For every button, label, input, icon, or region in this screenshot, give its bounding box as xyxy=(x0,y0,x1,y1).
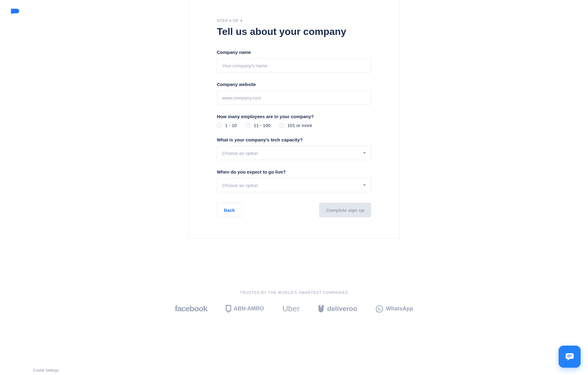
whatsapp-text: WhatsApp xyxy=(386,306,413,312)
select-placeholder: Choose an option xyxy=(222,151,258,156)
company-name-label: Company name xyxy=(217,50,371,55)
trusted-label: TRUSTED BY THE WORLD'S SMARTEST COMPANIE… xyxy=(0,291,588,295)
chat-icon xyxy=(564,351,575,362)
step-label: STEP 4 OF 4 xyxy=(217,18,371,23)
button-row: Back Complete sign up xyxy=(217,203,371,217)
back-button[interactable]: Back xyxy=(217,203,242,217)
employees-radio-11-100[interactable]: 11 - 100 xyxy=(245,123,270,128)
chevron-down-icon xyxy=(363,184,366,186)
go-live-label: When do you expect to go live? xyxy=(217,169,371,174)
go-live-field: When do you expect to go live? Choose an… xyxy=(217,169,371,192)
company-website-field: Company website xyxy=(217,82,371,105)
deliveroo-text: deliveroo xyxy=(327,305,357,313)
radio-circle-icon xyxy=(279,123,284,128)
facebook-logo: facebook xyxy=(175,304,207,313)
company-name-input[interactable] xyxy=(217,58,371,73)
radio-label: 11 - 100 xyxy=(254,123,270,128)
trusted-section: TRUSTED BY THE WORLD'S SMARTEST COMPANIE… xyxy=(0,291,588,313)
radio-label: 1 - 10 xyxy=(225,123,237,128)
chat-widget-button[interactable] xyxy=(559,346,581,368)
radio-label: 101 or more xyxy=(287,123,312,128)
employees-radio-101-plus[interactable]: 101 or more xyxy=(279,123,312,128)
select-placeholder: Choose an option xyxy=(222,183,258,188)
whatsapp-logo: WhatsApp xyxy=(375,305,413,313)
uber-logo: Uber xyxy=(282,304,300,313)
tech-capacity-select[interactable]: Choose an option xyxy=(217,146,371,160)
abnamro-text: ABN·AMRO xyxy=(234,306,264,312)
chevron-down-icon xyxy=(363,152,366,154)
company-name-field: Company name xyxy=(217,50,371,73)
page-title: Tell us about your company xyxy=(217,26,371,37)
radio-circle-icon xyxy=(245,123,251,128)
employees-radio-1-10[interactable]: 1 - 10 xyxy=(217,123,237,128)
tech-capacity-field: What is your company's tech capacity? Ch… xyxy=(217,137,371,160)
abnamro-logo: ABN·AMRO xyxy=(226,305,264,313)
signup-step4-card: STEP 4 OF 4 Tell us about your company C… xyxy=(188,0,400,238)
svg-rect-2 xyxy=(567,355,572,356)
company-website-input[interactable] xyxy=(217,91,371,105)
employees-field: How many employees are in your company? … xyxy=(217,114,371,128)
company-website-label: Company website xyxy=(217,82,371,87)
svg-rect-1 xyxy=(566,353,574,359)
cookie-settings-link[interactable]: Cookie Settings xyxy=(33,368,59,373)
trusted-logos-row: facebook ABN·AMRO Uber deliveroo WhatsAp… xyxy=(0,304,588,313)
tech-capacity-label: What is your company's tech capacity? xyxy=(217,137,371,142)
brand-logo[interactable] xyxy=(10,7,21,16)
go-live-select[interactable]: Choose an option xyxy=(217,178,371,192)
employees-radio-group: 1 - 10 11 - 100 101 or more xyxy=(217,123,371,128)
radio-circle-icon xyxy=(217,123,222,128)
complete-signup-button[interactable]: Complete sign up xyxy=(319,203,371,217)
deliveroo-logo: deliveroo xyxy=(318,305,357,313)
employees-label: How many employees are in your company? xyxy=(217,114,371,119)
svg-rect-3 xyxy=(567,356,571,357)
